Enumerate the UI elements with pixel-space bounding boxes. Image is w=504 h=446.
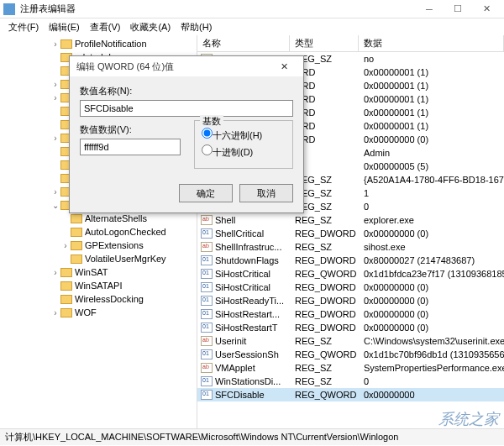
value-row[interactable]: SiHostRestartTREG_DWORD0x00000000 (0) bbox=[197, 321, 504, 334]
menu-file[interactable]: 文件(F) bbox=[5, 21, 42, 34]
radio-dec-input[interactable] bbox=[202, 144, 213, 155]
menu-help[interactable]: 帮助(H) bbox=[177, 21, 215, 34]
maximize-button[interactable]: ☐ bbox=[444, 1, 472, 18]
tree-node[interactable]: WinSATAPI bbox=[0, 279, 197, 292]
window-title: 注册表编辑器 bbox=[20, 3, 415, 15]
dialog-close-button[interactable]: ✕ bbox=[271, 61, 297, 72]
value-row[interactable]: ShellREG_SZexplorer.exe bbox=[197, 213, 504, 227]
app-icon bbox=[3, 3, 15, 15]
menu-edit[interactable]: 编辑(E) bbox=[45, 21, 83, 34]
base-legend: 基数 bbox=[200, 115, 223, 128]
value-name-input[interactable] bbox=[80, 100, 293, 117]
tree-node[interactable]: AutoLogonChecked bbox=[0, 225, 197, 239]
value-row[interactable]: SFCDisableREG_QWORD0x00000000 bbox=[197, 388, 504, 401]
column-data[interactable]: 数据 bbox=[359, 35, 504, 51]
value-row[interactable]: SiHostCriticalREG_QWORD0x1d1bfdca23e7f17… bbox=[197, 267, 504, 281]
value-row[interactable]: UserinitREG_SZC:\Windows\system32\userin… bbox=[197, 334, 504, 348]
tree-node[interactable]: ›GPExtensions bbox=[0, 239, 197, 252]
cancel-button[interactable]: 取消 bbox=[239, 184, 293, 202]
menu-favorites[interactable]: 收藏夹(A) bbox=[127, 21, 174, 34]
column-name[interactable]: 名称 bbox=[197, 35, 290, 51]
value-data-input[interactable] bbox=[80, 139, 181, 155]
tree-node[interactable]: AlternateShells bbox=[0, 212, 197, 225]
tree-node[interactable]: WirelessDocking bbox=[0, 292, 197, 306]
close-button[interactable]: ✕ bbox=[472, 1, 501, 18]
tree-node[interactable]: ›WinSAT bbox=[0, 265, 197, 279]
data-label: 数值数据(V): bbox=[80, 123, 181, 136]
value-row[interactable]: SiHostReadyTi...REG_DWORD0x00000000 (0) bbox=[197, 294, 504, 307]
titlebar: 注册表编辑器 ─ ☐ ✕ bbox=[0, 0, 504, 18]
value-row[interactable]: VMAppletREG_SZSystemPropertiesPerformanc… bbox=[197, 361, 504, 375]
value-row[interactable]: WinStationsDi...REG_SZ0 bbox=[197, 375, 504, 388]
radio-hex-input[interactable] bbox=[202, 128, 213, 139]
value-row[interactable]: ShellCriticalREG_DWORD0x00000000 (0) bbox=[197, 227, 504, 240]
tree-node[interactable]: VolatileUserMgrKey bbox=[0, 252, 197, 265]
base-group: 基数 十六进制(H) 十进制(D) bbox=[194, 120, 293, 169]
value-row[interactable]: SiHostCriticalREG_DWORD0x00000000 (0) bbox=[197, 281, 504, 294]
name-label: 数值名称(N): bbox=[80, 85, 293, 97]
minimize-button[interactable]: ─ bbox=[415, 1, 444, 18]
radio-dec[interactable]: 十进制(D) bbox=[202, 144, 286, 159]
ok-button[interactable]: 确定 bbox=[179, 184, 233, 202]
column-headers: 名称 类型 数据 bbox=[197, 35, 504, 52]
statusbar: 计算机\HKEY_LOCAL_MACHINE\SOFTWARE\Microsof… bbox=[0, 428, 504, 445]
column-type[interactable]: 类型 bbox=[290, 35, 359, 51]
tree-node[interactable]: ›WOF bbox=[0, 306, 197, 319]
edit-qword-dialog: 编辑 QWORD (64 位)值 ✕ 数值名称(N): 数值数据(V): 基数 … bbox=[69, 55, 304, 213]
menubar: 文件(F) 编辑(E) 查看(V) 收藏夹(A) 帮助(H) bbox=[0, 18, 504, 35]
menu-view[interactable]: 查看(V) bbox=[87, 21, 124, 34]
tree-node[interactable]: ›ProfileNotification bbox=[0, 37, 197, 50]
radio-hex[interactable]: 十六进制(H) bbox=[202, 128, 286, 142]
value-row[interactable]: SiHostRestart...REG_DWORD0x00000000 (0) bbox=[197, 307, 504, 321]
value-row[interactable]: UserSessionShREG_QWORD0x1d1bc70bf96db1d … bbox=[197, 348, 504, 361]
dialog-title: 编辑 QWORD (64 位)值 bbox=[76, 60, 271, 73]
value-row[interactable]: ShutdownFlagsREG_DWORD0x80000027 (214748… bbox=[197, 254, 504, 267]
value-row[interactable]: ShellInfrastruc...REG_SZsihost.exe bbox=[197, 240, 504, 254]
